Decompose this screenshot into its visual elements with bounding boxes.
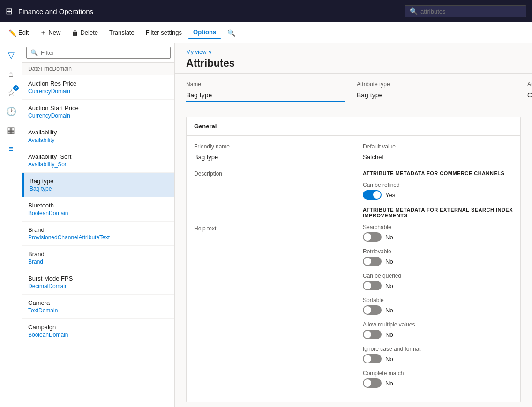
list-item[interactable]: Bluetooth BooleanDomain	[22, 197, 174, 222]
edit-icon: ✏️	[8, 29, 16, 37]
sidebar-icons: ▽ ⌂ ☆ 7 🕐 ▦ ≡	[0, 43, 22, 407]
toolbar-search-button[interactable]: 🔍	[223, 26, 240, 39]
filter-input[interactable]	[41, 49, 166, 56]
add-icon: ＋	[40, 29, 46, 37]
toggle-sortable-label: No	[385, 307, 393, 314]
section-body-general: Friendly name Bag type Description Help …	[187, 136, 520, 402]
options-button[interactable]: Options	[188, 26, 221, 39]
right-column: Default value Satchel ATTRIBUTE METADATA…	[363, 143, 513, 394]
toggle-ignore-case: Ignore case and format No	[363, 346, 513, 363]
translate-button[interactable]: Translate	[105, 26, 139, 39]
page-title: Attributes	[186, 57, 521, 69]
left-column: Friendly name Bag type Description Help …	[194, 143, 344, 394]
sidebar-workspaces-icon[interactable]: ▦	[3, 122, 20, 139]
toggle-retrievable-label: No	[385, 258, 393, 265]
header-fields: Name Attribute type Bag type Attribute m…	[175, 74, 532, 117]
toggle-searchable-switch[interactable]	[363, 232, 382, 242]
toolbar-search-icon: 🔍	[227, 29, 235, 37]
section-title-general: General	[187, 117, 520, 136]
sidebar-filter-icon[interactable]: ▽	[3, 47, 20, 64]
help-text-field: Help text	[194, 225, 344, 273]
toggle-can-be-queried-label: No	[385, 282, 393, 289]
toggle-ignore-case-label: No	[385, 355, 393, 363]
toggle-can-be-refined-switch[interactable]	[363, 190, 382, 200]
topbar: ⊞ Finance and Operations 🔍	[0, 0, 532, 22]
app-title: Finance and Operations	[18, 7, 399, 15]
friendly-name-value: Bag type	[194, 152, 344, 163]
toggle-can-be-queried: Can be queried No	[363, 273, 513, 290]
toolbar: ✏️ Edit ＋ New 🗑 Delete Translate Filter …	[0, 22, 532, 43]
attribute-modifier-field: Attribute modifier Catalog	[527, 81, 532, 101]
main-layout: ▽ ⌂ ☆ 7 🕐 ▦ ≡ 🔍 DateTimeDomain Auction R…	[0, 43, 532, 407]
general-section: General Friendly name Bag type Descripti…	[186, 117, 521, 402]
toggle-can-be-queried-switch[interactable]	[363, 281, 382, 290]
edit-button[interactable]: ✏️ Edit	[4, 26, 33, 39]
list-panel: 🔍 DateTimeDomain Auction Res Price Curre…	[22, 43, 175, 407]
main-content: My view ∨ Attributes Name Attribute type…	[175, 43, 532, 407]
toggle-allow-multiple-values: Allow multiple values No	[363, 321, 513, 339]
toggle-complete-match: Complete match No	[363, 370, 513, 388]
toggle-retrievable-switch[interactable]	[363, 257, 382, 266]
friendly-name-field: Friendly name Bag type	[194, 143, 344, 163]
attribute-type-value: Bag type	[357, 89, 516, 101]
default-value-field: Default value Satchel	[363, 143, 513, 163]
attribute-type-field: Attribute type Bag type	[357, 81, 516, 101]
description-field: Description	[194, 170, 344, 218]
attribute-modifier-value: Catalog	[527, 89, 532, 101]
toggle-can-be-refined-label: Yes	[385, 192, 395, 199]
toggle-complete-match-label: No	[385, 380, 393, 387]
help-text-input[interactable]	[194, 234, 344, 271]
new-button[interactable]: ＋ New	[35, 26, 65, 40]
name-field: Name	[186, 81, 345, 102]
list-item[interactable]: Camera TextDomain	[22, 295, 174, 319]
toggle-sortable: Sortable No	[363, 297, 513, 315]
filter-search-icon: 🔍	[30, 49, 38, 56]
delete-button[interactable]: 🗑 Delete	[67, 26, 103, 39]
main-header: My view ∨ Attributes	[175, 43, 532, 74]
view-selector[interactable]: My view ∨	[186, 49, 521, 55]
delete-icon: 🗑	[72, 29, 78, 37]
list-item[interactable]: Availability_Sort Availability_Sort	[22, 148, 174, 173]
list-item[interactable]: Auction Res Price CurrencyDomain	[22, 75, 174, 100]
toggle-can-be-refined: Can be refined Yes	[363, 182, 513, 200]
list-item[interactable]: Campaign BooleanDomain	[22, 319, 174, 343]
filter-settings-button[interactable]: Filter settings	[141, 26, 187, 39]
global-search[interactable]: 🔍	[405, 5, 526, 17]
description-input[interactable]	[194, 179, 344, 216]
chevron-down-icon: ∨	[208, 49, 212, 55]
list-item[interactable]: Burst Mode FPS DecimalDomain	[22, 270, 174, 295]
list-item[interactable]: Brand ProvisionedChannelAttributeText	[22, 222, 174, 246]
list-item[interactable]: Brand Brand	[22, 246, 174, 270]
search-input[interactable]	[420, 8, 521, 15]
sidebar-favorites-icon[interactable]: ☆ 7	[3, 84, 20, 101]
filter-input-wrap[interactable]: 🔍	[26, 47, 171, 59]
meta-commerce-title: ATTRIBUTE METADATA FOR COMMERCE CHANNELS	[363, 170, 513, 176]
list-item-selected[interactable]: Bag type Bag type	[22, 173, 174, 197]
grid-icon[interactable]: ⊞	[6, 6, 13, 16]
toggle-searchable: Searchable No	[363, 224, 513, 242]
name-input[interactable]	[186, 89, 345, 102]
view-label: My view	[186, 49, 206, 55]
list-items: DateTimeDomain Auction Res Price Currenc…	[22, 63, 174, 407]
toggle-ignore-case-switch[interactable]	[363, 354, 382, 363]
toggle-retrievable: Retrievable No	[363, 248, 513, 266]
toggle-allow-multiple-values-label: No	[385, 331, 393, 338]
toggle-searchable-label: No	[385, 234, 393, 241]
toggle-allow-multiple-values-switch[interactable]	[363, 330, 382, 339]
meta-search-title: ATTRIBUTE METADATA FOR EXTERNAL SEARCH I…	[363, 207, 513, 218]
list-item[interactable]: Availability Availability	[22, 124, 174, 148]
sidebar-menu-icon[interactable]: ≡	[3, 141, 20, 157]
list-separator: DateTimeDomain	[22, 63, 174, 75]
toggle-complete-match-switch[interactable]	[363, 378, 382, 388]
field-row-top: Name Attribute type Bag type Attribute m…	[186, 81, 521, 102]
sidebar-recent-icon[interactable]: 🕐	[3, 103, 20, 120]
sidebar-home-icon[interactable]: ⌂	[3, 66, 20, 82]
favorites-badge: 7	[13, 85, 18, 91]
filter-area: 🔍	[22, 43, 174, 63]
default-value-value: Satchel	[363, 152, 513, 163]
list-item[interactable]: Auction Start Price CurrencyDomain	[22, 100, 174, 124]
toggle-sortable-switch[interactable]	[363, 305, 382, 315]
search-icon: 🔍	[410, 7, 418, 15]
